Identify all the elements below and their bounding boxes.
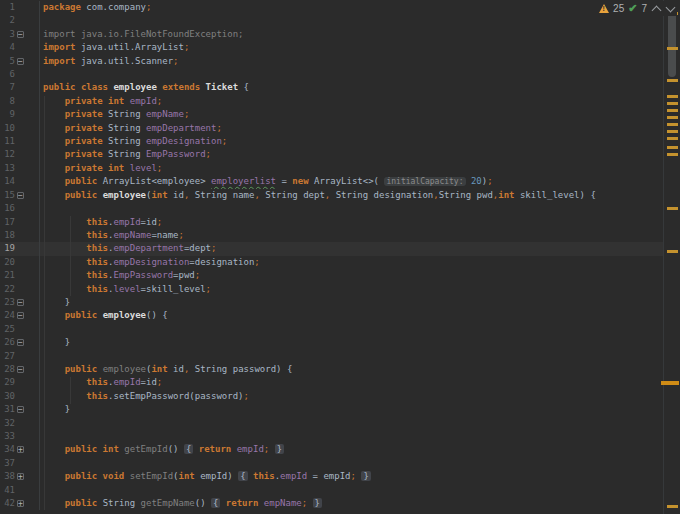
code-line[interactable]: 12 private String EmpPassword; (0, 148, 664, 161)
line-number[interactable]: 3 (0, 28, 15, 41)
line-number[interactable]: 4 (0, 41, 15, 54)
code-line[interactable]: 9 private String empName; (0, 108, 664, 121)
code-line[interactable]: 31− } (0, 403, 664, 416)
line-number[interactable]: 30 (0, 390, 15, 403)
line-number[interactable]: 23 (0, 296, 15, 309)
code-line[interactable]: 1package com.company; (0, 1, 664, 14)
line-number[interactable]: 31 (0, 403, 15, 416)
fold-collapse-icon[interactable]: − (17, 31, 24, 38)
code-text: private String empDesignation; (39, 135, 664, 148)
line-number[interactable]: 25 (0, 323, 15, 336)
line-number[interactable]: 41 (0, 484, 15, 497)
line-number[interactable]: 14 (0, 175, 15, 188)
fold-column (15, 242, 39, 255)
line-number[interactable]: 37 (0, 457, 15, 470)
line-number[interactable]: 18 (0, 229, 15, 242)
code-line[interactable]: 3−import java.io.FileNotFoundException; (0, 28, 664, 41)
warning-count[interactable]: 25 (613, 3, 624, 14)
code-line[interactable]: 34+ public int getEmpId() { return empId… (0, 443, 664, 456)
code-text (39, 323, 664, 336)
line-number[interactable]: 34 (0, 443, 15, 456)
prev-warning-button[interactable] (651, 2, 661, 15)
code-line[interactable]: 30 this.setEmpPassword(password); (0, 390, 664, 403)
code-line[interactable]: 20 this.empDesignation=designation; (0, 256, 664, 269)
code-lines[interactable]: 1package com.company;23−import java.io.F… (0, 0, 664, 510)
code-line[interactable]: 4import java.util.ArrayList; (0, 41, 664, 54)
line-number[interactable]: 22 (0, 283, 15, 296)
line-number[interactable]: 11 (0, 135, 15, 148)
line-number[interactable]: 26 (0, 336, 15, 349)
line-number[interactable]: 33 (0, 430, 15, 443)
code-line[interactable]: 8 private int empId; (0, 95, 664, 108)
code-line[interactable]: 11 private String empDesignation; (0, 135, 664, 148)
scrollbar-thumb[interactable] (668, 10, 676, 77)
fold-expand-icon[interactable]: + (17, 473, 24, 480)
line-number[interactable]: 17 (0, 216, 15, 229)
line-number[interactable]: 42 (0, 497, 15, 510)
code-line[interactable]: 6 (0, 68, 664, 81)
code-line[interactable]: 23− } (0, 296, 664, 309)
code-line[interactable]: 17 this.empId=id; (0, 216, 664, 229)
code-line[interactable]: 38+ public void setEmpId(int empId) { th… (0, 470, 664, 483)
code-line[interactable]: 19 this.empDepartment=dept; (0, 242, 664, 255)
code-line[interactable]: 29 this.empId=id; (0, 376, 664, 389)
line-number[interactable]: 15 (0, 189, 15, 202)
line-number[interactable]: 6 (0, 68, 15, 81)
line-number[interactable]: 27 (0, 350, 15, 363)
line-number[interactable]: 10 (0, 122, 15, 135)
code-line[interactable]: 2 (0, 14, 664, 27)
line-number[interactable]: 2 (0, 14, 15, 27)
code-line[interactable]: 42+ public String getEmpName() { return … (0, 497, 664, 510)
line-number[interactable]: 19 (0, 242, 15, 255)
fold-collapse-icon[interactable]: − (17, 192, 24, 199)
line-number[interactable]: 1 (0, 1, 15, 14)
line-number[interactable]: 20 (0, 256, 15, 269)
line-number[interactable]: 8 (0, 95, 15, 108)
code-line[interactable]: 16 (0, 202, 664, 215)
line-number[interactable]: 28 (0, 363, 15, 376)
code-line[interactable]: 28− public employee(int id, String passw… (0, 363, 664, 376)
line-number[interactable]: 5 (0, 55, 15, 68)
code-line[interactable]: 7public class employee extends Ticket { (0, 81, 664, 94)
code-line[interactable]: 27 (0, 350, 664, 363)
code-line[interactable]: 14 public ArrayList<employee> employerli… (0, 175, 664, 188)
code-line[interactable]: 37 (0, 457, 664, 470)
code-line[interactable]: 22 this.level=skill_level; (0, 283, 664, 296)
line-number[interactable]: 7 (0, 81, 15, 94)
code-line[interactable]: 26− } (0, 336, 664, 349)
code-line[interactable]: 10 private String empDepartment; (0, 122, 664, 135)
code-line[interactable]: 5−import java.util.Scanner; (0, 55, 664, 68)
fold-collapse-icon[interactable]: − (17, 366, 24, 373)
code-line[interactable]: 18 this.empName=name; (0, 229, 664, 242)
line-number[interactable]: 24 (0, 309, 15, 322)
fold-collapse-icon[interactable]: − (17, 58, 24, 65)
code-line[interactable]: 15− public employee(int id, String name,… (0, 189, 664, 202)
code-line[interactable]: 25 (0, 323, 664, 336)
line-number[interactable]: 16 (0, 202, 15, 215)
line-number[interactable]: 9 (0, 108, 15, 121)
line-number[interactable]: 12 (0, 148, 15, 161)
fold-collapse-icon[interactable]: − (17, 406, 24, 413)
line-number[interactable]: 29 (0, 376, 15, 389)
fold-collapse-icon[interactable]: − (17, 299, 24, 306)
error-stripe[interactable] (663, 0, 680, 514)
fold-collapse-icon[interactable]: − (17, 312, 24, 319)
line-number[interactable]: 21 (0, 269, 15, 282)
code-editor[interactable]: 1package com.company;23−import java.io.F… (0, 0, 680, 514)
line-number[interactable]: 13 (0, 162, 15, 175)
code-text: this.EmpPassword=pwd; (39, 269, 664, 282)
code-line[interactable]: 32 (0, 417, 664, 430)
code-line[interactable]: 21 this.EmpPassword=pwd; (0, 269, 664, 282)
code-line[interactable]: 13 private int level; (0, 162, 664, 175)
fold-expand-icon[interactable]: + (17, 446, 24, 453)
line-number[interactable]: 32 (0, 417, 15, 430)
code-line[interactable]: 41 (0, 484, 664, 497)
inspections-widget[interactable]: 25 ✔ 7 (597, 1, 677, 16)
fold-expand-icon[interactable]: + (17, 500, 24, 507)
code-line[interactable]: 24− public employee() { (0, 309, 664, 322)
code-line[interactable]: 33 (0, 430, 664, 443)
fold-collapse-icon[interactable]: − (17, 339, 24, 346)
next-warning-button[interactable] (665, 2, 675, 15)
ok-count[interactable]: 7 (641, 3, 647, 14)
line-number[interactable]: 38 (0, 470, 15, 483)
